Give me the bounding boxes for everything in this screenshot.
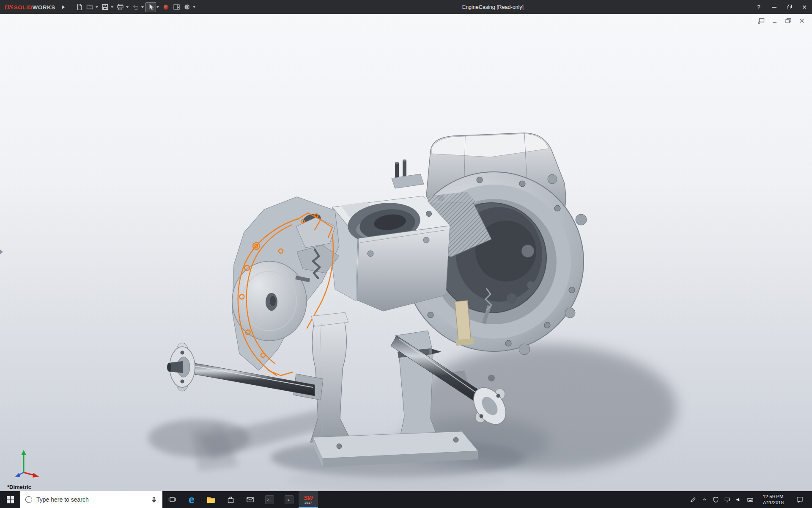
print-button[interactable]	[115, 2, 126, 12]
restore-button[interactable]	[782, 0, 797, 14]
engine-casing-model[interactable]	[0, 14, 812, 491]
windows-logo-icon	[7, 496, 14, 503]
defender-tray-button[interactable]	[710, 491, 721, 508]
volume-tray-button[interactable]	[733, 491, 744, 508]
start-button[interactable]	[0, 491, 20, 508]
screen: DSSOLIDWORKS	[0, 0, 812, 508]
gear-icon	[184, 3, 191, 11]
save-icon	[102, 3, 109, 11]
hidden-icons-button[interactable]	[699, 491, 710, 508]
new-file-icon	[76, 3, 83, 11]
undo-icon	[132, 3, 139, 11]
hidden-icons-chevron-icon	[702, 497, 708, 502]
volume-icon	[735, 497, 742, 503]
pinned-app-icon-1: >_	[265, 495, 274, 504]
minimize-document-button[interactable]	[771, 17, 779, 24]
help-icon: ?	[757, 4, 760, 11]
task-view-button[interactable]	[162, 491, 182, 508]
red-sphere-icon	[162, 3, 170, 11]
menu-flyout-button[interactable]	[60, 2, 67, 12]
taskbar-clock[interactable]: 12:59 PM 7/11/2018	[756, 494, 790, 505]
close-document-button[interactable]	[798, 17, 806, 24]
close-icon	[798, 18, 805, 24]
restore-icon	[787, 5, 792, 9]
taskbar-search[interactable]	[20, 491, 162, 508]
close-icon: ✕	[802, 4, 807, 11]
pinned-app-button-1[interactable]: >_	[260, 491, 279, 508]
edge-browser-button[interactable]: e	[182, 491, 201, 508]
graphics-area[interactable]: *Dimetric	[0, 14, 812, 491]
x-axis-arrow	[33, 473, 39, 478]
pinned-app-button-2[interactable]: ▸	[279, 491, 299, 508]
open-button[interactable]	[85, 2, 95, 12]
chevron-down-icon[interactable]	[96, 6, 98, 8]
mail-button[interactable]	[240, 491, 260, 508]
keyboard-icon	[747, 497, 754, 503]
window-controls: ? ✕	[751, 0, 812, 14]
logo-ds-mark: DS	[4, 3, 13, 11]
open-folder-icon	[86, 3, 93, 11]
undo-button[interactable]	[130, 2, 141, 12]
select-tool-button[interactable]	[145, 2, 156, 12]
network-tray-button[interactable]	[721, 491, 733, 508]
z-axis-arrow	[15, 473, 20, 477]
print-icon	[117, 3, 124, 11]
select-cursor-icon	[147, 3, 154, 11]
chevron-right-icon	[62, 5, 65, 9]
float-window-icon	[758, 18, 765, 24]
restore-document-button[interactable]	[784, 17, 793, 24]
minimize-icon	[772, 7, 776, 8]
display-pane-button[interactable]	[171, 2, 182, 12]
keyboard-tray-button[interactable]	[744, 491, 756, 508]
windows-taskbar: e >_ ▸ SW 2017	[0, 491, 812, 508]
store-button[interactable]	[221, 491, 240, 508]
help-button[interactable]: ?	[751, 0, 766, 14]
microphone-icon[interactable]	[151, 496, 157, 503]
file-properties-button[interactable]	[161, 2, 171, 12]
file-explorer-button[interactable]	[201, 491, 221, 508]
pen-icon	[690, 497, 696, 503]
cortana-icon	[25, 496, 32, 503]
document-window-controls	[757, 17, 806, 24]
action-center-icon	[796, 496, 803, 503]
mail-envelope-icon	[246, 496, 254, 503]
chevron-down-icon[interactable]	[141, 6, 144, 8]
chevron-down-icon[interactable]	[111, 6, 113, 8]
logo-works-text: WORKS	[33, 4, 55, 11]
chevron-down-icon[interactable]	[193, 6, 195, 8]
new-document-button[interactable]	[74, 2, 85, 12]
cylinder-block[interactable]	[331, 196, 450, 311]
action-center-button[interactable]	[790, 491, 809, 508]
logo-solid-text: SOLID	[14, 4, 33, 11]
solidworks-app-icon: SW 2017	[304, 495, 313, 504]
document-title: EngineCasing [Read-only]	[462, 4, 524, 10]
store-bag-icon	[227, 496, 235, 504]
defender-shield-icon	[713, 497, 719, 503]
float-window-button[interactable]	[757, 17, 765, 24]
y-axis-arrow	[21, 450, 26, 455]
save-button[interactable]	[100, 2, 110, 12]
network-icon	[724, 497, 730, 503]
document-pane-icon	[173, 3, 180, 11]
quick-access-toolbar	[74, 2, 197, 12]
file-explorer-icon	[207, 496, 216, 503]
edge-icon: e	[189, 494, 195, 505]
options-button[interactable]	[182, 2, 192, 12]
solidworks-logo: DSSOLIDWORKS	[4, 3, 55, 11]
pinned-app-icon-2: ▸	[285, 495, 294, 504]
system-tray: 12:59 PM 7/11/2018	[687, 491, 812, 508]
feature-tree-expand-arrow[interactable]	[0, 249, 3, 254]
clock-time: 12:59 PM	[756, 494, 790, 500]
minimize-button[interactable]	[766, 0, 782, 14]
titlebar: DSSOLIDWORKS	[0, 0, 812, 14]
minimize-icon	[771, 18, 778, 24]
pen-tray-button[interactable]	[687, 491, 699, 508]
solidworks-app-button[interactable]: SW 2017	[299, 491, 318, 508]
chevron-down-icon[interactable]	[126, 6, 129, 8]
chevron-down-icon[interactable]	[156, 6, 159, 8]
search-input[interactable]	[36, 496, 146, 503]
clock-date: 7/11/2018	[756, 500, 790, 505]
reference-triad	[9, 448, 43, 482]
task-view-icon	[168, 496, 176, 503]
close-button[interactable]: ✕	[797, 0, 812, 14]
